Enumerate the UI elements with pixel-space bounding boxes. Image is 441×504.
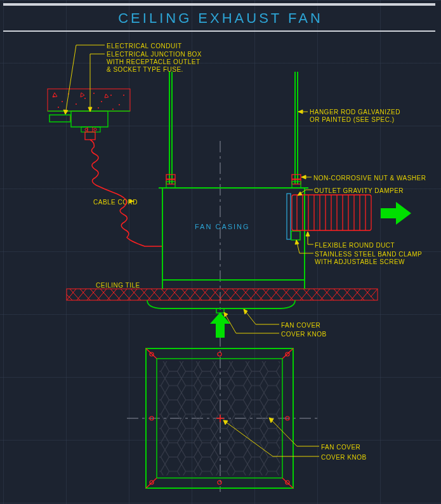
svg-point-23 xyxy=(58,107,59,108)
svg-rect-8 xyxy=(85,132,95,140)
svg-marker-73 xyxy=(306,232,310,236)
svg-rect-50 xyxy=(287,194,291,239)
svg-line-27 xyxy=(65,45,76,114)
svg-point-7 xyxy=(94,128,96,131)
svg-point-102 xyxy=(218,481,221,484)
svg-rect-51 xyxy=(291,231,300,240)
svg-rect-4 xyxy=(71,111,108,127)
svg-point-18 xyxy=(93,93,95,94)
ceiling-tile xyxy=(67,289,378,300)
svg-point-16 xyxy=(76,103,77,105)
svg-rect-5 xyxy=(81,127,100,132)
cable-cord xyxy=(90,140,162,246)
svg-point-14 xyxy=(62,101,63,102)
svg-marker-47 xyxy=(301,175,306,179)
svg-point-21 xyxy=(119,104,120,105)
airflow-arrow-up xyxy=(210,312,230,338)
airflow-arrow-right xyxy=(381,202,411,225)
svg-rect-2 xyxy=(49,115,70,122)
fan-cover-section xyxy=(147,300,295,313)
svg-marker-76 xyxy=(295,240,299,244)
svg-line-91 xyxy=(146,348,157,359)
junction-box-assembly xyxy=(48,89,130,140)
svg-rect-42 xyxy=(292,175,301,179)
svg-rect-44 xyxy=(166,182,175,188)
svg-point-101 xyxy=(218,352,221,356)
svg-rect-77 xyxy=(67,289,378,300)
svg-point-24 xyxy=(98,107,99,109)
svg-line-93 xyxy=(146,478,157,488)
svg-point-25 xyxy=(112,109,114,110)
svg-marker-33 xyxy=(129,199,133,203)
svg-line-94 xyxy=(282,478,293,488)
svg-rect-45 xyxy=(292,182,301,188)
svg-rect-48 xyxy=(162,188,305,280)
flexible-duct xyxy=(287,194,371,240)
svg-point-17 xyxy=(84,98,86,99)
svg-point-20 xyxy=(110,95,112,96)
svg-rect-66 xyxy=(381,208,396,218)
svg-point-19 xyxy=(101,101,102,102)
svg-marker-30 xyxy=(63,110,68,114)
nuts-washers xyxy=(166,175,301,188)
svg-point-22 xyxy=(123,95,124,96)
svg-rect-40 xyxy=(166,175,175,179)
fan-casing-box xyxy=(159,188,308,280)
svg-marker-88 xyxy=(224,312,228,317)
svg-point-6 xyxy=(85,128,88,131)
hanger-rods xyxy=(169,72,298,184)
svg-marker-39 xyxy=(298,110,303,114)
svg-rect-81 xyxy=(216,324,225,338)
svg-marker-70 xyxy=(298,192,302,196)
cad-drawing xyxy=(0,0,441,504)
svg-marker-67 xyxy=(396,202,411,225)
svg-line-92 xyxy=(282,348,293,359)
